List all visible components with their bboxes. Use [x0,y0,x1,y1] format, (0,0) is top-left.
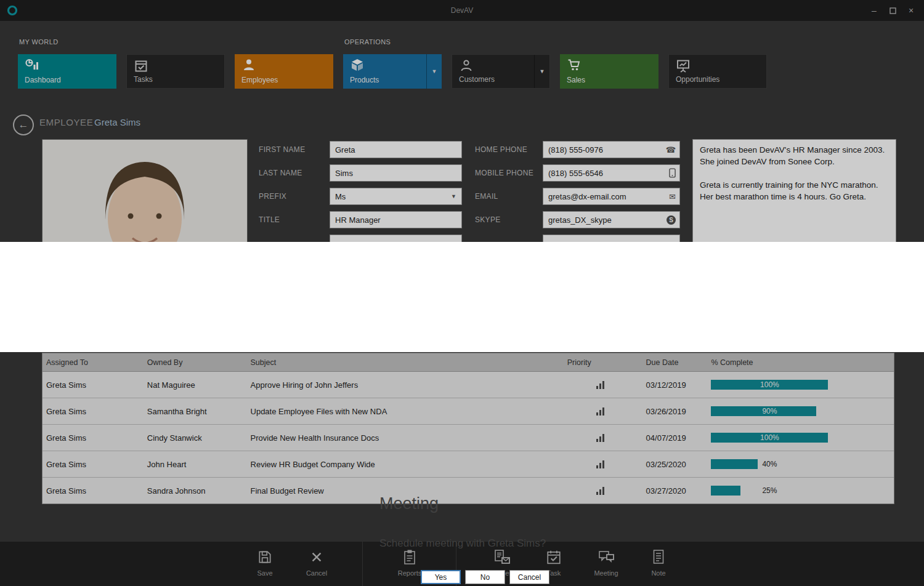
cell-owned-by: John Heart [144,451,247,477]
tile-products[interactable]: Products ▼ [343,54,442,89]
cancel-button[interactable]: Cancel [293,547,340,577]
meeting-chat-icon [583,547,630,567]
note-button[interactable]: Note [635,547,682,577]
priority-bars-icon [564,398,638,424]
last-name-field[interactable] [330,164,462,182]
titlebar: DevAV – × [0,0,924,21]
cell-subject: Review HR Budget Company Wide [247,451,564,477]
table-row[interactable]: Greta Sims Cindy Stanwick Provide New He… [43,425,894,451]
cell-owned-by: Samantha Bright [144,398,247,424]
tile-label: Employees [241,76,278,84]
mobile-icon [669,164,676,182]
tile-opportunities[interactable]: Opportunities [668,54,767,89]
sales-cart-icon [567,58,582,75]
progress-bar: 100% [711,433,828,443]
email-label: EMAIL [475,192,498,201]
back-arrow-icon[interactable]: ← [13,114,34,135]
cell-complete: 25% [702,478,894,504]
tile-dashboard[interactable]: Dashboard [18,54,116,89]
cell-due-date: 03/12/2019 [638,372,702,398]
tile-sales[interactable]: Sales [560,54,659,89]
notes-paragraph: Greta has been DevAV's HR Manager since … [700,144,889,167]
cell-subject: Provide New Health Insurance Docs [247,425,564,451]
cell-complete: 40% [702,451,894,477]
home-phone-field[interactable] [543,141,680,158]
ribbon-group-operations: OPERATIONS [344,38,391,46]
tile-tasks[interactable]: Tasks [126,54,225,89]
cell-assigned-to: Greta Sims [43,451,144,477]
progress-label: 25% [711,486,828,496]
column-header-owned-by[interactable]: Owned By [144,353,247,371]
table-row[interactable]: Greta Sims Nat Maguiree Approve Hiring o… [43,372,894,398]
tile-label: Products [350,76,379,84]
app-window: DevAV – × MY WORLD OPERATIONS Dashboard … [0,0,924,586]
first-name-field[interactable] [330,141,462,158]
column-header-subject[interactable]: Subject [247,353,564,371]
priority-bars-icon [564,372,638,398]
email-field[interactable] [543,188,680,205]
home-phone-label: HOME PHONE [475,145,527,154]
mail-merge-icon [479,547,525,567]
task-calendar-icon [530,547,577,567]
products-dropdown-icon[interactable]: ▼ [426,54,442,89]
cell-subject: Approve Hiring of John Jeffers [247,372,564,398]
cell-assigned-to: Greta Sims [43,425,144,451]
toolbar-divider [362,542,363,586]
column-header-priority[interactable]: Priority [564,353,638,371]
table-row[interactable]: Greta Sims Samantha Bright Update Employ… [43,398,894,425]
column-header-assigned-to[interactable]: Assigned To [43,353,144,371]
skype-icon: S [667,211,676,228]
maximize-icon[interactable] [883,2,902,18]
window-title: DevAV [0,0,924,21]
ribbon-group-my-world: MY WORLD [19,38,59,46]
employees-person-icon [241,58,256,75]
title-field[interactable] [330,211,462,228]
cell-assigned-to: Greta Sims [43,398,144,424]
employee-section-label: EMPLOYEE [39,117,93,127]
cell-assigned-to: Greta Sims [43,478,144,504]
tile-label: Customers [459,75,495,84]
cell-due-date: 04/07/2019 [638,425,702,451]
mobile-phone-field[interactable] [543,164,680,182]
cell-due-date: 03/26/2019 [638,398,702,424]
table-row[interactable]: Greta Sims Sandra Johnson Final Budget R… [43,478,894,504]
column-header-due-date[interactable]: Due Date [638,353,702,371]
tile-label: Tasks [134,75,153,84]
cell-owned-by: Nat Maguiree [144,372,247,398]
dashboard-chart-icon [25,58,39,75]
chevron-down-icon[interactable]: ▼ [451,188,456,205]
save-icon [241,547,288,567]
table-row[interactable]: Greta Sims John Heart Review HR Budget C… [43,451,894,478]
column-header-complete[interactable]: % Complete [702,353,894,371]
no-button[interactable]: No [465,570,505,584]
save-button[interactable]: Save [241,547,288,577]
cancel-x-icon [293,547,340,567]
meeting-button[interactable]: Meeting [583,547,630,577]
cell-complete: 100% [702,425,894,451]
cell-assigned-to: Greta Sims [43,372,144,398]
prefix-dropdown[interactable] [330,188,462,205]
yes-button[interactable]: Yes [421,570,461,584]
reports-clipboard-icon [386,547,433,567]
first-name-label: FIRST NAME [259,145,305,154]
cell-owned-by: Sandra Johnson [144,478,247,504]
cancel-dialog-button[interactable]: Cancel [509,570,549,584]
last-name-label: LAST NAME [259,169,302,177]
skype-label: SKYPE [475,215,501,224]
progress-bar: 25% [711,486,828,496]
progress-bar: 90% [711,406,828,416]
priority-bars-icon [564,425,638,451]
customers-dropdown-icon[interactable]: ▼ [534,55,549,88]
dialog-title: Meeting [379,494,439,513]
note-page-icon [635,547,682,567]
cell-subject: Update Employee Files with New NDA [247,398,564,424]
skype-field[interactable] [543,211,680,228]
tile-employees[interactable]: Employees [235,54,333,89]
minimize-icon[interactable]: – [865,2,883,18]
opportunities-chart-icon [676,58,691,76]
close-icon[interactable]: × [902,2,920,18]
meeting-dialog: Meeting Schedule meeting with Greta Sims… [0,242,924,352]
tile-label: Dashboard [25,76,61,84]
progress-bar: 40% [711,459,828,469]
tile-customers[interactable]: Customers ▼ [452,54,550,89]
